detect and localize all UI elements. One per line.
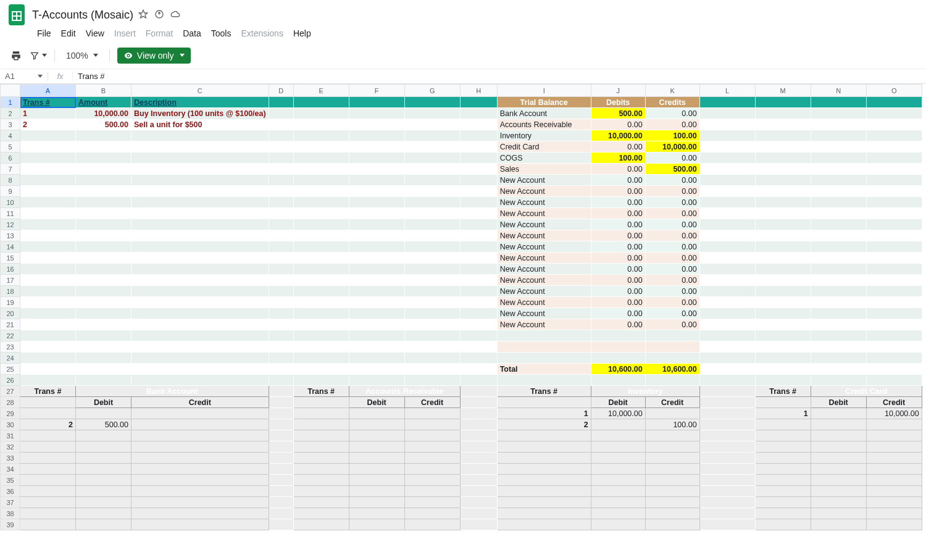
cell[interactable] [404, 430, 460, 441]
cell[interactable] [460, 119, 497, 130]
cell[interactable] [811, 208, 866, 219]
cell[interactable]: Total [497, 364, 591, 375]
cloud-status-icon[interactable] [170, 9, 180, 21]
cell[interactable] [699, 286, 755, 297]
cell[interactable]: Sales [497, 164, 591, 175]
cell[interactable] [591, 519, 645, 530]
cell[interactable] [349, 108, 404, 119]
cell[interactable] [404, 119, 460, 130]
cell[interactable]: 0.00 [645, 319, 699, 330]
cell[interactable] [460, 208, 497, 219]
cell[interactable] [460, 219, 497, 230]
cell[interactable] [460, 241, 497, 253]
cell[interactable]: 0.00 [645, 108, 699, 119]
cell[interactable] [269, 364, 293, 375]
row-header[interactable]: 7 [1, 164, 20, 175]
row-header[interactable]: 12 [1, 219, 20, 230]
cell[interactable] [866, 241, 922, 253]
cell[interactable] [460, 275, 497, 286]
cell[interactable] [20, 519, 76, 530]
cell[interactable] [269, 441, 293, 453]
cell[interactable] [460, 197, 497, 208]
row-header[interactable]: 20 [1, 308, 20, 319]
cell[interactable] [866, 219, 922, 230]
cell[interactable] [349, 519, 404, 530]
cell[interactable] [866, 253, 922, 264]
cell[interactable] [699, 486, 755, 497]
cell[interactable] [866, 364, 922, 375]
cell[interactable] [591, 430, 645, 441]
menu-format[interactable]: Format [141, 26, 178, 41]
cell[interactable] [76, 197, 131, 208]
cell[interactable] [293, 164, 349, 175]
cell[interactable]: 1 [20, 108, 76, 119]
cell[interactable] [293, 97, 349, 108]
menu-data[interactable]: Data [178, 26, 206, 41]
cell[interactable] [755, 253, 811, 264]
cell[interactable] [699, 108, 755, 119]
cell[interactable]: 0.00 [645, 119, 699, 130]
cell[interactable] [349, 486, 404, 497]
cell[interactable] [755, 364, 811, 375]
cell[interactable] [811, 197, 866, 208]
cell[interactable] [699, 230, 755, 241]
cell[interactable] [755, 297, 811, 308]
cell[interactable] [811, 175, 866, 186]
cell[interactable]: New Account [497, 197, 591, 208]
cell[interactable]: Sell a unit for $500 [131, 119, 269, 130]
cell[interactable] [811, 119, 866, 130]
cell[interactable] [866, 330, 922, 341]
cell[interactable] [866, 308, 922, 319]
row-header[interactable]: 34 [1, 464, 20, 475]
cell[interactable]: 0.00 [645, 241, 699, 253]
cell[interactable] [131, 130, 269, 141]
cell[interactable] [497, 341, 591, 353]
col-header-K[interactable]: K [645, 85, 699, 97]
cell[interactable] [20, 197, 76, 208]
cell[interactable] [349, 364, 404, 375]
cell[interactable] [811, 297, 866, 308]
cell[interactable] [269, 386, 293, 397]
cell[interactable] [811, 375, 866, 386]
cell[interactable] [76, 453, 131, 464]
cell[interactable] [811, 441, 866, 453]
cell[interactable] [269, 519, 293, 530]
cell[interactable]: 0.00 [645, 264, 699, 275]
cell[interactable] [645, 497, 699, 508]
cell[interactable] [866, 486, 922, 497]
cell[interactable] [497, 464, 591, 475]
cell[interactable] [293, 308, 349, 319]
cell[interactable]: 0.00 [591, 219, 645, 230]
col-header-I[interactable]: I [497, 85, 591, 97]
menu-view[interactable]: View [81, 26, 109, 41]
cell[interactable]: Bank Account [497, 108, 591, 119]
cell[interactable] [131, 219, 269, 230]
cell[interactable] [811, 141, 866, 153]
cell[interactable]: 0.00 [591, 175, 645, 186]
cell[interactable] [591, 497, 645, 508]
row-header[interactable]: 4 [1, 130, 20, 141]
cell[interactable] [269, 419, 293, 430]
cell[interactable] [699, 464, 755, 475]
cell[interactable] [645, 430, 699, 441]
cell[interactable] [131, 441, 269, 453]
cell[interactable] [591, 353, 645, 364]
cell[interactable] [293, 330, 349, 341]
cell[interactable] [755, 375, 811, 386]
cell[interactable] [866, 441, 922, 453]
cell[interactable] [293, 408, 349, 419]
cell[interactable] [20, 486, 76, 497]
cell[interactable] [755, 230, 811, 241]
cell[interactable] [349, 308, 404, 319]
cell[interactable]: 0.00 [645, 175, 699, 186]
cell[interactable] [497, 486, 591, 497]
row-header[interactable]: 3 [1, 119, 20, 130]
cell[interactable] [866, 97, 922, 108]
cell[interactable] [755, 208, 811, 219]
cell[interactable] [591, 508, 645, 519]
cell[interactable] [460, 175, 497, 186]
cell[interactable] [866, 353, 922, 364]
cell[interactable] [349, 508, 404, 519]
cell[interactable] [131, 419, 269, 430]
cell[interactable] [20, 330, 76, 341]
